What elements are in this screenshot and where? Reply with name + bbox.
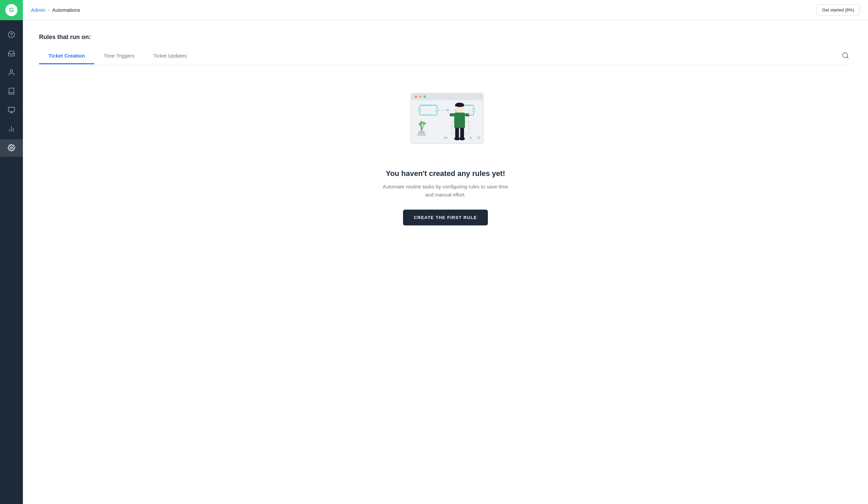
- sidebar-nav: [0, 23, 23, 159]
- topbar: Admin › Automations Get started (8%): [23, 0, 868, 20]
- page-title: Rules that run on:: [39, 34, 852, 41]
- svg-point-17: [424, 96, 426, 98]
- svg-point-42: [459, 137, 465, 140]
- empty-state: You haven't created any rules yet! Autom…: [39, 64, 852, 239]
- breadcrumb-current: Automations: [52, 7, 80, 13]
- svg-rect-14: [411, 97, 483, 100]
- svg-line-11: [847, 57, 848, 58]
- content-area: Rules that run on: Ticket Creation Time …: [23, 20, 868, 504]
- svg-rect-3: [8, 107, 14, 111]
- breadcrumb: Admin › Automations: [31, 7, 80, 13]
- get-started-button[interactable]: Get started (8%): [816, 4, 860, 15]
- svg-point-16: [419, 96, 422, 98]
- svg-point-28: [469, 136, 472, 139]
- sidebar-item-settings[interactable]: [0, 139, 23, 157]
- question-icon: [8, 31, 15, 39]
- svg-rect-36: [450, 113, 455, 116]
- svg-point-50: [420, 121, 423, 124]
- sidebar-item-help[interactable]: [0, 26, 23, 44]
- tabs: Ticket Creation Time Triggers Ticket Upd…: [39, 49, 196, 64]
- svg-rect-44: [418, 131, 425, 134]
- inbox-icon: [8, 50, 15, 58]
- sidebar-item-contacts[interactable]: [0, 64, 23, 82]
- svg-point-23: [472, 109, 475, 111]
- sidebar-item-inbox[interactable]: [0, 45, 23, 63]
- reports-icon: [8, 106, 15, 115]
- tab-ticket-updates[interactable]: Ticket Updates: [144, 49, 196, 64]
- tab-ticket-creation[interactable]: Ticket Creation: [39, 49, 94, 64]
- logo-letter: G: [9, 7, 14, 14]
- main-container: Admin › Automations Get started (8%) Rul…: [23, 0, 868, 504]
- empty-state-illustration: [398, 84, 493, 158]
- app-logo[interactable]: G: [0, 0, 23, 20]
- svg-rect-35: [454, 113, 465, 128]
- svg-point-15: [415, 96, 417, 98]
- contacts-icon: [8, 69, 15, 77]
- svg-point-41: [454, 137, 460, 140]
- breadcrumb-separator: ›: [48, 8, 50, 12]
- sidebar-item-analytics[interactable]: [0, 120, 23, 138]
- settings-icon: [8, 144, 15, 153]
- svg-point-19: [418, 109, 421, 111]
- sidebar-item-reports[interactable]: [0, 102, 23, 119]
- svg-rect-34: [455, 105, 464, 107]
- svg-rect-38: [469, 110, 471, 115]
- search-icon: [842, 52, 849, 59]
- empty-state-description: Automate routine tasks by configuring ru…: [383, 183, 508, 199]
- book-icon: [8, 87, 15, 96]
- tab-time-triggers[interactable]: Time Triggers: [94, 49, 144, 64]
- create-first-rule-button[interactable]: CREATE THE FIRST RULE: [403, 210, 487, 225]
- svg-point-9: [10, 147, 12, 149]
- svg-point-29: [477, 136, 480, 139]
- svg-point-2: [10, 69, 12, 72]
- sidebar: G: [0, 0, 23, 504]
- search-icon-button[interactable]: [839, 49, 852, 64]
- empty-state-title: You haven't created any rules yet!: [386, 169, 505, 178]
- analytics-icon: [8, 125, 15, 134]
- sidebar-item-knowledge[interactable]: [0, 83, 23, 100]
- tabs-row: Ticket Creation Time Triggers Ticket Upd…: [39, 49, 852, 64]
- breadcrumb-parent[interactable]: Admin: [31, 7, 45, 13]
